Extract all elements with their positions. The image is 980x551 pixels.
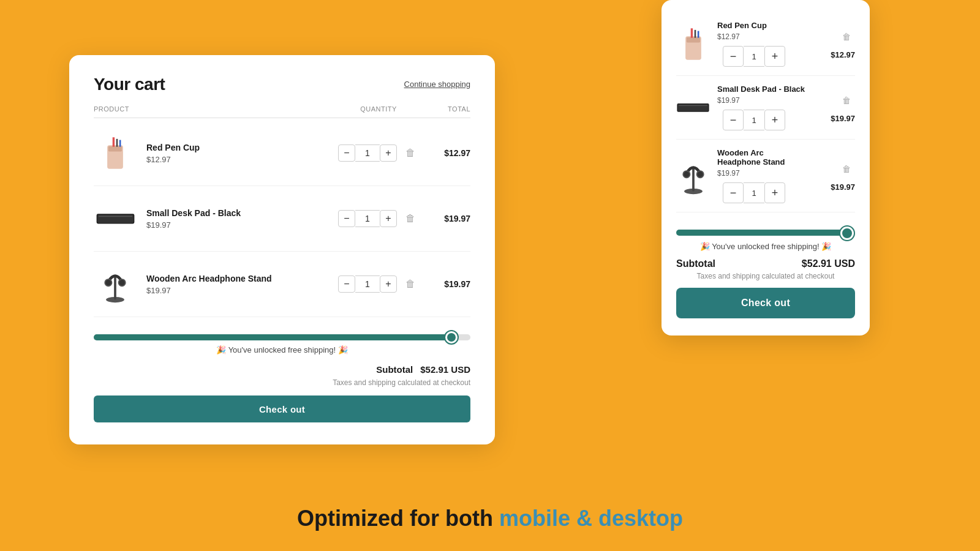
subtotal-label-mobile: Subtotal bbox=[676, 258, 715, 269]
svg-rect-7 bbox=[98, 216, 132, 217]
continue-shopping-link[interactable]: Continue shopping bbox=[404, 80, 470, 89]
table-row: Red Pen Cup $12.97 − + 🗑 $12.97 bbox=[676, 12, 855, 76]
item-price: $19.97 bbox=[717, 96, 806, 105]
qty-decrease-btn[interactable]: − bbox=[338, 144, 355, 162]
item-info: Red Pen Cup $12.97 − + bbox=[717, 21, 806, 67]
qty-input[interactable] bbox=[744, 110, 764, 130]
item-info: Wooden Arc Headphone Stand $19.97 − + bbox=[717, 148, 806, 203]
free-shipping-message-mobile: 🎉 You've unlocked free shipping! 🎉 bbox=[676, 242, 855, 251]
free-shipping-section-mobile: 🎉 You've unlocked free shipping! 🎉 Subto… bbox=[676, 230, 855, 318]
item-total: $12.97 bbox=[806, 50, 855, 59]
delete-item-btn[interactable]: 🗑 bbox=[402, 276, 419, 293]
qty-input[interactable] bbox=[355, 276, 380, 293]
svg-rect-14 bbox=[690, 28, 692, 37]
delete-item-btn[interactable]: 🗑 bbox=[402, 144, 419, 162]
item-price: $19.97 bbox=[146, 220, 336, 230]
qty-decrease-btn[interactable]: − bbox=[723, 110, 744, 130]
svg-rect-13 bbox=[686, 37, 699, 42]
delete-item-btn[interactable]: 🗑 bbox=[838, 160, 855, 178]
item-info: Red Pen Cup $12.97 bbox=[146, 143, 336, 164]
qty-control: − + 🗑 bbox=[336, 210, 421, 227]
svg-rect-9 bbox=[114, 276, 116, 299]
item-name: Small Desk Pad - Black bbox=[146, 208, 336, 218]
delete-item-btn[interactable]: 🗑 bbox=[838, 28, 855, 45]
page-wrapper: Your cart Continue shopping PRODUCT QUAN… bbox=[0, 0, 980, 551]
svg-point-10 bbox=[105, 279, 111, 286]
col-qty-header: QUANTITY bbox=[336, 105, 421, 113]
svg-rect-1 bbox=[108, 146, 122, 152]
item-price: $12.97 bbox=[717, 32, 806, 41]
svg-point-11 bbox=[119, 279, 126, 286]
qty-control: − + bbox=[717, 46, 791, 67]
item-total: $19.97 bbox=[421, 214, 470, 223]
desktop-cart-panel: Your cart Continue shopping PRODUCT QUAN… bbox=[69, 55, 495, 444]
qty-increase-btn[interactable]: + bbox=[764, 46, 785, 67]
table-row: Small Desk Pad - Black $19.97 − + 🗑 $19.… bbox=[676, 76, 855, 140]
item-name: Red Pen Cup bbox=[717, 21, 806, 30]
qty-decrease-btn[interactable]: − bbox=[338, 210, 355, 227]
qty-control: − + 🗑 bbox=[336, 276, 421, 293]
checkout-button[interactable]: Check out bbox=[94, 395, 470, 422]
item-total: $19.97 bbox=[806, 182, 855, 192]
taxes-note: Taxes and shipping calculated at checkou… bbox=[94, 378, 470, 387]
checkout-button-mobile[interactable]: Check out bbox=[676, 288, 855, 318]
qty-input[interactable] bbox=[355, 210, 380, 227]
product-image-headphone-stand-mobile bbox=[676, 159, 710, 193]
qty-increase-btn[interactable]: + bbox=[764, 110, 785, 130]
product-image-headphone-stand bbox=[94, 263, 137, 305]
subtotal-row-mobile: Subtotal $52.91 USD bbox=[676, 258, 855, 269]
item-price: $19.97 bbox=[717, 169, 806, 178]
delete-item-btn[interactable]: 🗑 bbox=[402, 210, 419, 227]
table-row: Red Pen Cup $12.97 − + 🗑 $12.97 bbox=[94, 121, 470, 186]
qty-control: − + bbox=[717, 110, 791, 130]
col-product-header: PRODUCT bbox=[94, 105, 336, 113]
shipping-progress-bar-mobile bbox=[676, 230, 855, 236]
product-image-pen-cup-mobile bbox=[676, 27, 710, 61]
subtotal-row: Subtotal $52.91 USD bbox=[94, 364, 470, 375]
svg-rect-4 bbox=[119, 140, 121, 147]
item-name: Small Desk Pad - Black bbox=[717, 84, 806, 94]
svg-rect-21 bbox=[692, 167, 695, 191]
item-total: $19.97 bbox=[421, 279, 470, 289]
qty-decrease-btn[interactable]: − bbox=[338, 276, 355, 293]
delete-item-btn[interactable]: 🗑 bbox=[838, 92, 855, 109]
qty-input[interactable] bbox=[355, 144, 380, 162]
item-price: $19.97 bbox=[146, 286, 336, 295]
qty-control: − + 🗑 bbox=[336, 144, 421, 162]
tagline-highlight: mobile & desktop bbox=[499, 506, 683, 531]
item-info: Small Desk Pad - Black $19.97 bbox=[146, 208, 336, 230]
svg-point-23 bbox=[696, 171, 703, 178]
svg-rect-3 bbox=[116, 139, 118, 147]
tagline-prefix: Optimized for both bbox=[297, 506, 499, 531]
qty-decrease-btn[interactable]: − bbox=[723, 182, 744, 203]
taxes-note-mobile: Taxes and shipping calculated at checkou… bbox=[676, 272, 855, 280]
item-name: Red Pen Cup bbox=[146, 143, 336, 152]
col-total-header: TOTAL bbox=[421, 105, 470, 113]
qty-input[interactable] bbox=[744, 46, 764, 67]
product-image-pen-cup bbox=[94, 132, 137, 174]
qty-increase-btn[interactable]: + bbox=[764, 182, 785, 203]
item-info: Wooden Arc Headphone Stand $19.97 bbox=[146, 274, 336, 295]
table-row: Small Desk Pad - Black $19.97 − + 🗑 $19.… bbox=[94, 186, 470, 252]
subtotal-value: $52.91 USD bbox=[420, 364, 470, 375]
item-price: $12.97 bbox=[146, 155, 336, 164]
qty-input[interactable] bbox=[744, 182, 764, 203]
qty-increase-btn[interactable]: + bbox=[380, 210, 397, 227]
svg-rect-16 bbox=[697, 31, 699, 37]
item-info: Small Desk Pad - Black $19.97 − + bbox=[717, 84, 806, 130]
qty-decrease-btn[interactable]: − bbox=[723, 46, 744, 67]
bottom-tagline: Optimized for both mobile & desktop bbox=[0, 506, 980, 531]
product-image-desk-pad-mobile bbox=[676, 91, 710, 124]
qty-increase-btn[interactable]: + bbox=[380, 144, 397, 162]
table-row: Wooden Arc Headphone Stand $19.97 − + 🗑 … bbox=[94, 252, 470, 317]
product-image-desk-pad bbox=[94, 197, 137, 240]
svg-point-22 bbox=[683, 171, 690, 178]
shipping-progress-fill-mobile bbox=[676, 230, 851, 236]
table-header: PRODUCT QUANTITY TOTAL bbox=[94, 105, 470, 118]
cart-title: Your cart bbox=[94, 75, 165, 94]
qty-increase-btn[interactable]: + bbox=[380, 276, 397, 293]
item-total: $19.97 bbox=[806, 114, 855, 123]
free-shipping-section: 🎉 You've unlocked free shipping! 🎉 Subto… bbox=[94, 334, 470, 422]
item-name: Wooden Arc Headphone Stand bbox=[717, 148, 806, 167]
mobile-cart-panel: Red Pen Cup $12.97 − + 🗑 $12.97 bbox=[662, 0, 870, 335]
